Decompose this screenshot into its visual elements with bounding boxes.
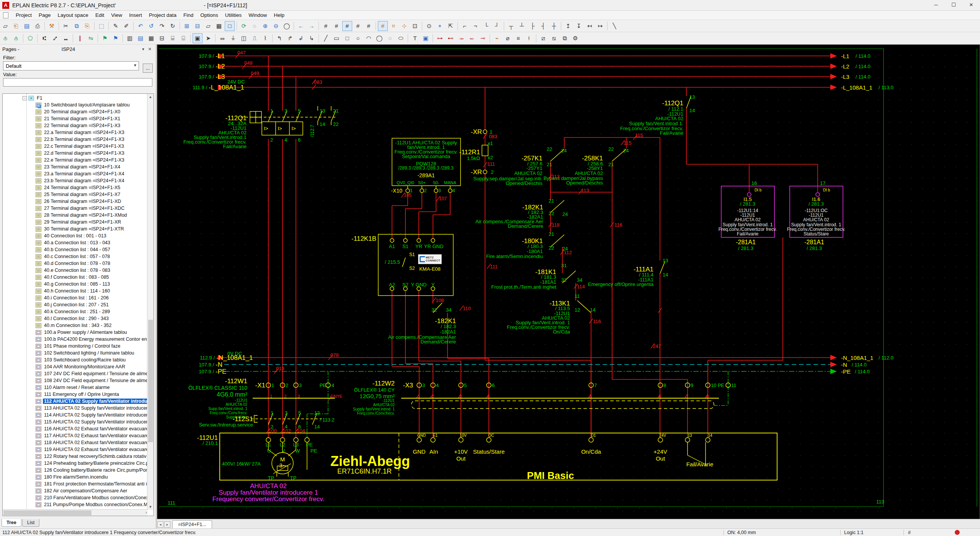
redo-icon[interactable]: ↷: [157, 21, 167, 31]
cross-node-icon[interactable]: ┼: [549, 21, 559, 31]
marquee-icon[interactable]: ⬚: [96, 21, 106, 31]
image-tool-icon[interactable]: ▣: [421, 33, 431, 43]
tree-item-40.i[interactable]: 40.i Connection list : 161 - 206: [3, 294, 147, 301]
tree-item-10[interactable]: 10 Switchboard layout/Amplasare tablou: [3, 101, 147, 108]
close-button[interactable]: ✕: [962, 0, 980, 11]
open-page-icon[interactable]: ⎗: [11, 21, 21, 31]
tree-item-100.a[interactable]: 100.a Power supply / Alimentare tablou: [3, 329, 147, 336]
tree-item-124[interactable]: 124 Preheating battery/Baterie preincalz…: [3, 460, 147, 467]
tree-item-40.c[interactable]: 40.c Connection list : 057 - 078: [3, 253, 147, 260]
tree-item-114[interactable]: 114 AHU/CTA 02 Supply fan/Ventilator int…: [3, 412, 147, 418]
tree-item-28[interactable]: 28 Terminal diagram =ISP24+F1-XMod: [3, 212, 147, 219]
wire-symbol-icon[interactable]: ⌇: [260, 33, 270, 43]
tree-item-22.c[interactable]: 22.c Terminal diagram =ISP24+F1-X3: [3, 143, 147, 150]
tree-item-40.l[interactable]: 40.l Connection list : 290 - 343: [3, 315, 147, 322]
tree-item-181[interactable]: 181 Frost protection thermostate/Termost…: [3, 480, 147, 487]
draw-ellipse-icon[interactable]: ◯: [374, 33, 384, 43]
interruption-point-icon[interactable]: ⊷: [446, 33, 456, 43]
tree-item-40.d[interactable]: 40.d Connection list : 078 - 078: [3, 260, 147, 267]
zoom-in-icon[interactable]: ⊕: [260, 21, 270, 31]
page-macro-icon[interactable]: ⧉: [560, 33, 570, 43]
maximize-button[interactable]: ☐: [945, 0, 962, 11]
corner-ll-icon[interactable]: └: [481, 21, 491, 31]
settings-wrench-icon[interactable]: ⚒: [47, 21, 57, 31]
draw-arc-icon[interactable]: ◠: [364, 33, 374, 43]
scroll-thumb[interactable]: [3, 510, 91, 515]
tree-item-40.k[interactable]: 40.k Connection list : 251 - 289: [3, 308, 147, 315]
menu-options[interactable]: Options: [197, 12, 222, 18]
device-list-icon[interactable]: ▥: [125, 33, 135, 43]
page-tab[interactable]: =ISP24+F1...: [172, 520, 212, 528]
filter-dropdown[interactable]: Default ▼: [3, 61, 139, 70]
line-tool-icon[interactable]: ╲: [609, 21, 619, 31]
angle-up-right-icon[interactable]: ↱: [285, 33, 295, 43]
center-icon[interactable]: ⊙: [424, 21, 434, 31]
potential-icon[interactable]: ⤞: [456, 33, 466, 43]
tree-item-103[interactable]: 103 Switchboard cooling/Racire tablou: [3, 356, 147, 363]
tree-item-122[interactable]: 122 Rotary heat recovery/Schimb.caldura …: [3, 453, 147, 460]
menu-window[interactable]: Window: [245, 12, 270, 18]
menu-project[interactable]: Project: [12, 12, 35, 18]
tree-item-102[interactable]: 102 Switchboard lighting / Iluminare tab…: [3, 350, 147, 356]
grid-off-icon[interactable]: #: [321, 21, 331, 31]
scroll-thumb[interactable]: [148, 320, 153, 442]
tile-window-icon[interactable]: ⊟: [193, 21, 203, 31]
t-node-up-icon[interactable]: ┴: [517, 21, 527, 31]
grid-b-icon[interactable]: #: [342, 21, 352, 31]
zoom-lens-icon[interactable]: ◌: [250, 21, 260, 31]
t-node-right-icon[interactable]: ├: [528, 21, 537, 31]
tree-item-119[interactable]: 119 AHU/CTA 02 Exhaust fan/Ventilator ev…: [3, 446, 147, 453]
angle-down-left-icon[interactable]: ↲: [296, 33, 306, 43]
plc-icon[interactable]: ⊟: [157, 33, 167, 43]
insert-window-icon[interactable]: ▦: [214, 21, 224, 31]
corner-lr-icon[interactable]: ┘: [492, 21, 502, 31]
panel-tab-list[interactable]: List: [22, 519, 39, 527]
t-node-left-icon[interactable]: ┤: [538, 21, 548, 31]
tree-item-101[interactable]: 101 Phase monitoring / Control faze: [3, 343, 147, 350]
angle-up-left-icon[interactable]: ↰: [274, 33, 284, 43]
tree-item-112[interactable]: 112 AHU/CTA 02 Supply fan/Ventilator int…: [3, 398, 147, 405]
object-snap-icon[interactable]: ⊡: [410, 21, 420, 31]
tree-item-21[interactable]: 21 Terminal diagram =ISP24+F1-X1: [3, 115, 147, 122]
tree-item-108[interactable]: 108 24V DC Field equipment / Tensiune de…: [3, 377, 147, 384]
tree-item-126[interactable]: 126 Cooling battery/Baterie racire Circ.…: [3, 467, 147, 474]
corner-ur-icon[interactable]: ¬: [470, 21, 480, 31]
check-project-icon[interactable]: ⚑: [100, 33, 110, 43]
menu-utilities[interactable]: Utilities: [222, 12, 245, 18]
value-input[interactable]: [3, 78, 152, 87]
draw-square-icon[interactable]: □: [342, 33, 352, 43]
draw-spline-icon[interactable]: ◌: [385, 33, 395, 43]
tree-item-40.m[interactable]: 40.m Connection list : 343 - 352: [3, 322, 147, 329]
menu-help[interactable]: Help: [270, 12, 288, 18]
cut-icon[interactable]: ✂: [61, 21, 71, 31]
bom-icon[interactable]: ▦: [146, 33, 156, 43]
filter-browse-button[interactable]: ...: [143, 64, 153, 73]
tree-item-40[interactable]: 40 Connection list : 001 - 013: [3, 232, 147, 239]
redo-list-icon[interactable]: ↻: [168, 21, 178, 31]
tree-item-30[interactable]: 30 Terminal diagram =ISP24+F1-XTR: [3, 226, 147, 232]
check-settings-icon[interactable]: ⚑: [111, 33, 121, 43]
terminal-strip-icon[interactable]: ⌸: [168, 33, 178, 43]
sync-project-icon[interactable]: ⇋: [86, 33, 96, 43]
cable-slash-icon[interactable]: ⍿: [524, 33, 534, 43]
select-tool-icon[interactable]: ➤: [203, 33, 213, 43]
tree-item-27[interactable]: 27 Terminal diagram =ISP24+F1-XDC: [3, 205, 147, 212]
menu-layout-space[interactable]: Layout space: [54, 12, 92, 18]
ground-symbol-icon[interactable]: ⏚: [228, 33, 238, 43]
tree-item-40.h[interactable]: 40.h Connection list : 114 - 160: [3, 288, 147, 294]
schematic-canvas[interactable]: 107.9 /-L1107.9 /-L2107.9 /-L3111.9 /-L_…: [157, 44, 980, 519]
scroll-right-icon[interactable]: ›: [145, 510, 147, 515]
snap-point-icon[interactable]: ⊹: [399, 21, 409, 31]
panel-tab-tree[interactable]: Tree: [2, 519, 21, 527]
arrow-down-symbol-icon[interactable]: ↧: [574, 21, 584, 31]
tree-item-22.e[interactable]: 22.e Terminal diagram =ISP24+F1-X3: [3, 157, 147, 163]
junction-icon[interactable]: ⊸: [478, 33, 488, 43]
page-preview-icon[interactable]: ▱: [203, 21, 213, 31]
tree-item-22.d[interactable]: 22.d Terminal diagram =ISP24+F1-X3: [3, 150, 147, 157]
draw-circle-icon[interactable]: ○: [353, 33, 363, 43]
back-icon[interactable]: ←: [296, 21, 306, 31]
draw-polygon-icon[interactable]: ⬭: [396, 33, 406, 43]
format-brush-icon[interactable]: ✎: [111, 21, 121, 31]
coil-symbol-icon[interactable]: ⎍: [250, 33, 260, 43]
compare-projects-icon[interactable]: ∥: [75, 33, 85, 43]
